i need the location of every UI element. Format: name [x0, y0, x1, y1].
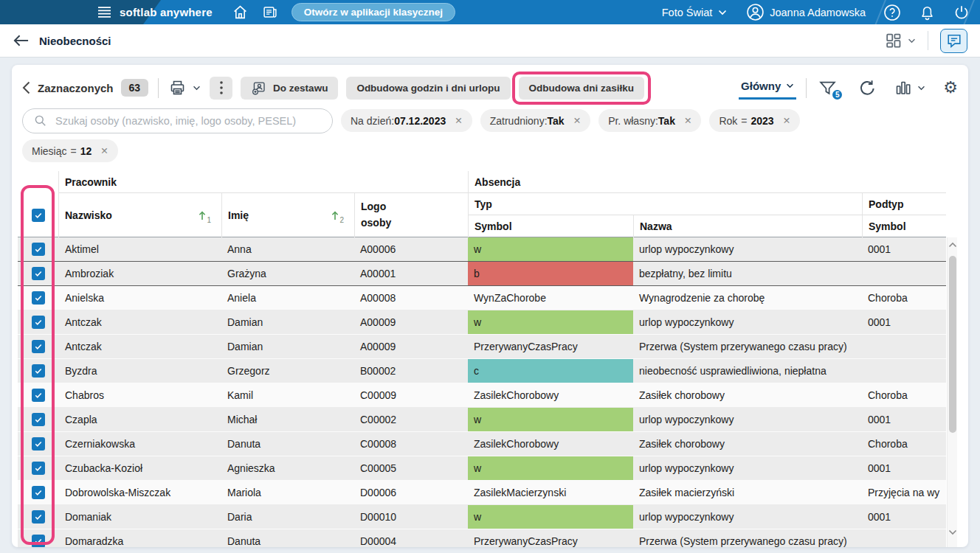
table-row[interactable]: Ambroziak Grażyna A00001 b bezpłatny, be…	[18, 262, 946, 286]
layout-switcher[interactable]	[884, 32, 916, 50]
row-checkbox[interactable]	[32, 535, 45, 547]
cell-nazwisko: Czubacka-Kozioł	[59, 456, 221, 480]
select-all-checkbox[interactable]	[32, 209, 45, 222]
filter-chip[interactable]: Zatrudniony: Tak ✕	[480, 109, 590, 132]
row-checkbox[interactable]	[32, 462, 45, 475]
close-icon[interactable]: ✕	[100, 145, 108, 156]
cell-typ-nazwa: urlop wypoczynkowy	[633, 456, 862, 480]
table-row[interactable]: Domaradzka Danuta D00004 PrzerywanyCzasP…	[18, 529, 946, 547]
filter-button[interactable]: 5	[818, 79, 838, 97]
sort-indicator: 2	[331, 211, 344, 220]
home-icon[interactable]	[232, 4, 248, 20]
print-button[interactable]	[168, 79, 201, 97]
comments-chat-button[interactable]	[940, 29, 967, 53]
filter-chip[interactable]: Na dzień: 07.12.2023 ✕	[341, 109, 472, 132]
column-header-podtyp-symbol[interactable]: Symbol	[862, 215, 946, 237]
vertical-scrollbar[interactable]	[947, 237, 957, 547]
row-checkbox[interactable]	[32, 316, 45, 329]
row-checkbox[interactable]	[32, 243, 45, 256]
column-header-typ[interactable]: Typ	[468, 193, 862, 215]
close-icon[interactable]: ✕	[455, 115, 462, 126]
search-person-input-wrap[interactable]	[22, 108, 333, 133]
filter-chip[interactable]: Pr. własny: Tak ✕	[598, 109, 701, 132]
close-icon[interactable]: ✕	[573, 115, 581, 126]
cell-typ-symbol: ZasilekChorobowy	[468, 383, 633, 407]
row-checkbox[interactable]	[32, 510, 45, 524]
cell-typ-nazwa: Wynagrodzenie za chorobę	[633, 286, 862, 310]
cell-podtyp-symbol	[862, 262, 946, 285]
table-row[interactable]: Anielska Aniela A00008 WynZaChorobe Wyna…	[18, 286, 946, 310]
table-row[interactable]: Czapla Michał C00002 w urlop wypoczynkow…	[18, 408, 946, 432]
column-header-nazwisko[interactable]: Nazwisko 1	[59, 193, 221, 237]
notifications-bell-icon[interactable]	[919, 4, 936, 21]
add-to-set-button[interactable]: Do zestawu	[241, 77, 338, 100]
chip-value: 12	[80, 145, 92, 157]
hamburger-menu-icon[interactable]	[97, 7, 111, 18]
company-selector[interactable]: Foto Świat	[662, 7, 728, 18]
cell-logo-osoby: D00006	[354, 481, 468, 504]
column-label: Imię	[228, 209, 249, 221]
column-header-logo-osoby[interactable]: Logo osoby	[354, 193, 468, 237]
avatar-icon	[746, 3, 765, 21]
search-icon	[33, 114, 47, 128]
table-row[interactable]: Dobrowolska-Miszczak Mariola D00006 Zasi…	[18, 481, 946, 505]
filter-chip[interactable]: Miesiąc = 12 ✕	[22, 139, 118, 162]
chart-view-button[interactable]	[894, 79, 925, 97]
close-icon[interactable]: ✕	[684, 115, 691, 126]
scroll-up-arrow-icon[interactable]	[948, 242, 957, 248]
filter-count-badge: 5	[831, 88, 843, 101]
cell-typ-symbol: w	[468, 408, 633, 431]
cell-nazwisko: Czapla	[59, 408, 221, 431]
rebuild-benefit-days-button[interactable]: Odbudowa dni zasiłku	[519, 77, 645, 100]
news-panel-icon[interactable]	[262, 4, 278, 20]
table-row[interactable]: Czubacka-Kozioł Agnieszka C00005 w urlop…	[18, 456, 946, 481]
rebuild-hours-days-button[interactable]: Odbudowa godzin i dni urlopu	[346, 77, 510, 100]
check-icon	[34, 342, 43, 351]
table-row[interactable]: Byzdra Grzegorz B00002 c nieobecność usp…	[18, 359, 946, 383]
divider	[806, 78, 807, 98]
check-icon	[34, 366, 43, 375]
table-row[interactable]: Antczak Damian A00009 w urlop wypoczynko…	[18, 310, 946, 335]
column-header-typ-symbol[interactable]: Symbol	[468, 215, 633, 237]
row-checkbox[interactable]	[32, 437, 45, 451]
scroll-down-arrow-icon[interactable]	[948, 529, 957, 535]
row-checkbox[interactable]	[32, 486, 45, 499]
row-checkbox[interactable]	[32, 389, 45, 402]
chip-value: Tak	[658, 115, 675, 127]
chat-bubble-icon	[946, 32, 962, 49]
filter-chip[interactable]: Rok = 2023 ✕	[709, 109, 800, 132]
table-row[interactable]: Antczak Damian A00009 PrzerywanyCzasPrac…	[18, 335, 946, 359]
cell-nazwisko: Antczak	[59, 335, 221, 358]
chevron-left-icon[interactable]	[22, 81, 30, 94]
back-arrow-icon[interactable]	[13, 33, 30, 48]
help-icon[interactable]	[883, 4, 901, 21]
cell-logo-osoby: C00009	[354, 383, 468, 407]
cell-imie: Damian	[221, 335, 354, 358]
column-header-imie[interactable]: Imię 2	[221, 193, 354, 237]
view-tab-glowny[interactable]: Główny	[739, 76, 796, 100]
scrollbar-thumb[interactable]	[949, 256, 956, 433]
table-row[interactable]: Chabros Kamil C00009 ZasilekChorobowy Za…	[18, 383, 946, 408]
close-icon[interactable]: ✕	[783, 115, 790, 126]
check-icon	[34, 318, 43, 327]
row-checkbox[interactable]	[32, 340, 45, 353]
refresh-button[interactable]	[858, 79, 877, 97]
cell-imie: Aniela	[221, 286, 354, 310]
row-checkbox[interactable]	[32, 413, 45, 426]
settings-gear-icon[interactable]: ⚙	[943, 80, 958, 96]
table-row[interactable]: Domaniak Daria D00010 w urlop wypoczynko…	[18, 505, 946, 529]
search-input[interactable]	[54, 114, 322, 128]
user-menu[interactable]: Joanna Adamowska	[746, 3, 866, 21]
cell-nazwisko: Aktimel	[59, 237, 221, 261]
column-header-podtyp[interactable]: Podtyp	[862, 193, 946, 215]
row-checkbox[interactable]	[32, 267, 45, 280]
table-row[interactable]: Aktimel Anna A00006 w urlop wypoczynkowy…	[18, 237, 946, 262]
row-checkbox[interactable]	[32, 364, 45, 378]
table-row[interactable]: Czerniakowska Danuta C00008 ZasilekChoro…	[18, 432, 946, 456]
more-options-kebab-button[interactable]	[210, 77, 232, 100]
group-header-absencja: Absencja	[468, 171, 946, 193]
column-header-typ-nazwa[interactable]: Nazwa	[633, 215, 862, 237]
open-classic-app-button[interactable]: Otwórz w aplikacji klasycznej	[291, 3, 455, 21]
row-checkbox[interactable]	[32, 291, 45, 305]
power-logout-icon[interactable]	[953, 4, 970, 21]
